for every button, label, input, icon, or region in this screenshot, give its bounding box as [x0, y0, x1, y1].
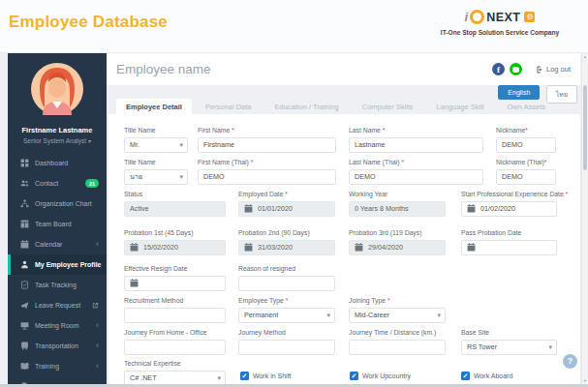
- checkbox-work-in-shift: ✓Work in Shift: [240, 372, 292, 380]
- field-probation-1st: Probation 1st (45 Days)15/02/2020: [124, 228, 226, 255]
- logo-c-ring-icon: [470, 10, 484, 24]
- vertical-scrollbar[interactable]: ▲ ▼: [581, 53, 588, 387]
- field-value: 0 Years 8 Months: [355, 204, 409, 213]
- meeting-icon: [20, 321, 29, 330]
- field-value: DEMO: [203, 172, 225, 181]
- field-journey-from-home-office: Journey From Home - Office: [124, 328, 226, 355]
- field-label-text: Pass Probation Date: [461, 229, 521, 236]
- field-working-year-input[interactable]: 0 Years 8 Months: [349, 201, 446, 217]
- field-first-name-en-input[interactable]: Firstname: [198, 137, 336, 153]
- field-label-text: Journey From Home - Office: [124, 329, 207, 336]
- field-title-name-en-select[interactable]: Mr.▾: [124, 137, 188, 153]
- field-first-name-en-label: First Name *: [198, 126, 336, 135]
- field-label-text: Journey Time / Distance (km.): [349, 329, 436, 336]
- field-nickname-th-input[interactable]: DEMO: [496, 169, 556, 185]
- logout-button[interactable]: Log out: [536, 65, 571, 74]
- checkbox-work-in-shift-box[interactable]: ✓: [240, 372, 249, 380]
- field-joining-type: Joining Type *Mid-Career▾: [349, 296, 446, 323]
- field-label-text: First Name (Thai): [198, 159, 251, 165]
- sidebar-item-transportation[interactable]: Transportation‹: [8, 336, 107, 356]
- field-journey-time-distance: Journey Time / Distance (km.): [349, 328, 446, 355]
- field-journey-from-home-office-input[interactable]: [124, 340, 226, 355]
- profile-icon: [20, 260, 29, 269]
- language-toggle: English ไทย: [107, 85, 577, 99]
- field-status-input[interactable]: Active: [124, 201, 226, 217]
- calendar-icon: [467, 204, 476, 213]
- chevron-collapse-icon: ‹: [96, 240, 99, 249]
- field-joining-type-select[interactable]: Mid-Career▾: [349, 308, 446, 323]
- line-icon[interactable]: [510, 63, 522, 75]
- field-label-text: Base Site: [461, 329, 489, 336]
- field-value: DEMO: [502, 140, 523, 149]
- sidebar-item-contact[interactable]: Contact21: [8, 173, 107, 194]
- field-employee-type-select[interactable]: Permanent▾: [238, 308, 335, 323]
- field-label-text: Reason of resigned: [238, 265, 295, 272]
- selected-value: RS Tower: [467, 342, 497, 351]
- checkbox-work-aboard-box[interactable]: ✓: [461, 372, 470, 380]
- field-base-site-label: Base Site: [461, 328, 557, 338]
- field-recruitment-method-input[interactable]: [124, 308, 226, 323]
- calendar-icon: [244, 243, 253, 252]
- field-pass-probation-date-input[interactable]: [461, 240, 557, 255]
- scroll-down-icon[interactable]: ▼: [582, 378, 588, 383]
- field-probation-2nd: Probation 2nd (90 Days)31/03/2020: [238, 228, 335, 255]
- field-employed-date-label: Employed Date *: [238, 190, 335, 199]
- field-probation-3rd-input[interactable]: 29/04/2020: [349, 240, 446, 255]
- scroll-up-icon[interactable]: ▲: [582, 54, 588, 59]
- field-effective-resign-date-input[interactable]: [124, 276, 226, 291]
- field-journey-method-input[interactable]: [238, 340, 335, 355]
- field-journey-time-distance-input[interactable]: [349, 340, 446, 355]
- field-base-site: Base SiteRS Tower▾: [461, 328, 557, 355]
- field-last-name-th-input[interactable]: DEMO: [349, 169, 483, 185]
- sidebar-item-dashboard[interactable]: Dashboard: [8, 153, 107, 173]
- field-label-text: Probation 3rd (119 Days): [349, 229, 421, 236]
- facebook-icon[interactable]: f: [492, 63, 505, 75]
- field-reason-of-resigned-input[interactable]: [238, 276, 335, 291]
- sidebar-item-team-board[interactable]: Team Board: [8, 214, 107, 234]
- logout-icon: [536, 66, 543, 74]
- field-probation-3rd: Probation 3rd (119 Days)29/04/2020: [349, 228, 446, 255]
- field-probation-2nd-input[interactable]: 31/03/2020: [238, 240, 335, 255]
- task-icon: [20, 281, 29, 289]
- checkbox-work-upcountry-box[interactable]: ✓: [350, 372, 358, 380]
- logo-text-next: NEXT: [486, 11, 520, 24]
- main-header: Employee name f Log out: [107, 53, 580, 85]
- sidebar-item-training[interactable]: Training‹: [8, 356, 107, 376]
- field-recruitment-method-label: Recruitment Method: [124, 296, 226, 306]
- required-marker: *: [285, 191, 288, 197]
- user-name: Firstname Lastname: [8, 126, 107, 134]
- user-role-label: Senior System Analyst: [23, 137, 86, 144]
- checkbox-label: Work Aboard: [474, 372, 512, 379]
- field-first-name-th: First Name (Thai) *DEMO: [198, 158, 336, 185]
- required-marker: *: [286, 297, 289, 304]
- sidebar-item-meeting-room[interactable]: Meeting Room‹: [8, 315, 107, 336]
- sidebar-item-calendar[interactable]: Calendar‹: [8, 234, 107, 254]
- field-last-name-th: Last Name (Thai) *DEMO: [349, 158, 483, 185]
- field-nickname-en-input[interactable]: DEMO: [496, 137, 556, 153]
- sidebar-item-label: Training: [35, 363, 59, 370]
- sidebar-menu: DashboardContact21Organization ChartTeam…: [8, 153, 107, 387]
- field-base-site-select[interactable]: RS Tower▾: [461, 340, 557, 355]
- field-title-name-th-label: Title Name: [124, 158, 188, 167]
- field-title-name-th-select[interactable]: นาย▾: [124, 169, 188, 185]
- sidebar-item-my-employee-profile[interactable]: My Employee Profile: [8, 254, 107, 275]
- field-probation-1st-input[interactable]: 15/02/2020: [124, 240, 226, 255]
- field-start-professional-experience-date-input[interactable]: 01/02/2020: [461, 201, 557, 217]
- scrollbar-thumb[interactable]: [583, 85, 587, 170]
- field-employed-date-input[interactable]: 01/01/2020: [238, 201, 335, 217]
- field-label-text: Technical Expertise: [124, 360, 181, 367]
- field-value: Active: [130, 204, 149, 213]
- required-marker: *: [566, 191, 569, 197]
- field-first-name-th-input[interactable]: DEMO: [198, 169, 336, 185]
- language-english-button[interactable]: English: [498, 85, 540, 100]
- field-last-name-en-input[interactable]: Lastname: [349, 137, 483, 153]
- sidebar-item-task-tracking[interactable]: Task Tracking: [8, 275, 107, 295]
- sidebar-item-organization-chart[interactable]: Organization Chart: [8, 194, 107, 214]
- user-role-selector[interactable]: Senior System Analyst▾: [8, 137, 107, 144]
- field-value: 01/02/2020: [480, 204, 515, 213]
- avatar: [31, 63, 83, 115]
- sidebar-item-leave-request[interactable]: Leave Request: [8, 295, 107, 315]
- sidebar-item-label: Leave Request: [35, 302, 80, 309]
- help-button[interactable]: ?: [563, 354, 577, 369]
- sidebar-item-label: My Employee Profile: [35, 261, 101, 268]
